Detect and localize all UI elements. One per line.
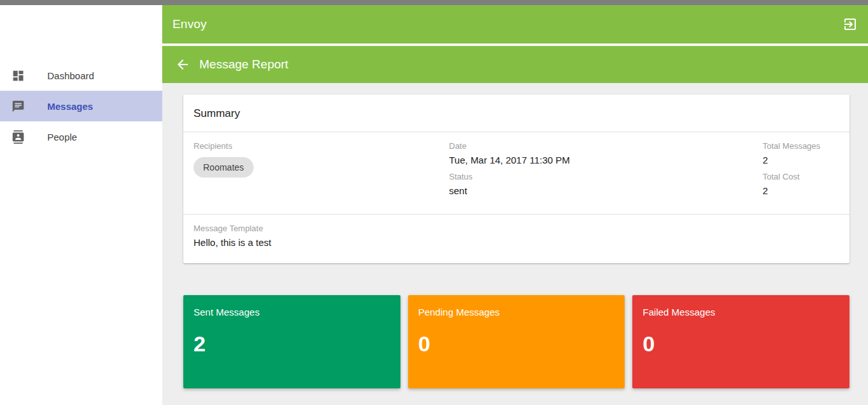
message-template-section: Message Template Hello, this is a test	[183, 215, 849, 263]
main-area: Envoy Message Report Summary Recip	[162, 5, 868, 405]
chat-icon	[11, 100, 25, 113]
summary-body: Recipients Roomates Date Tue, Mar 14, 20…	[183, 132, 849, 214]
app-title: Envoy	[172, 17, 207, 31]
stat-value: 0	[643, 332, 839, 356]
app-toolbar: Envoy	[162, 5, 868, 43]
stat-value: 0	[418, 332, 615, 356]
date-value: Tue, Mar 14, 2017 11:30 PM	[449, 155, 763, 165]
stat-value: 2	[194, 332, 390, 356]
pending-messages-card: Pending Messages 0	[408, 295, 625, 388]
contacts-icon	[11, 130, 25, 144]
total-messages-value: 2	[763, 155, 839, 165]
recipients-column: Recipients Roomates	[194, 141, 449, 196]
failed-messages-card: Failed Messages 0	[632, 295, 849, 388]
recipient-chip[interactable]: Roomates	[194, 157, 254, 178]
stat-label: Pending Messages	[418, 307, 615, 317]
total-cost-label: Total Cost	[763, 172, 839, 181]
message-template-label: Message Template	[194, 224, 839, 233]
sidebar-item-label: Messages	[47, 101, 93, 112]
sidebar: Dashboard Messages People	[0, 5, 162, 405]
status-label: Status	[449, 172, 763, 181]
sidebar-item-messages[interactable]: Messages	[0, 91, 162, 121]
dashboard-icon	[11, 69, 25, 82]
summary-title: Summary	[183, 95, 849, 132]
top-strip	[0, 0, 868, 5]
stat-label: Sent Messages	[194, 307, 390, 317]
message-template-value: Hello, this is a test	[194, 237, 839, 248]
page-title: Message Report	[199, 57, 288, 72]
arrow-back-icon[interactable]	[175, 57, 190, 72]
summary-card: Summary Recipients Roomates Date Tue, Ma…	[183, 95, 849, 263]
stat-label: Failed Messages	[643, 307, 839, 317]
page-toolbar: Message Report	[162, 46, 868, 83]
sidebar-item-label: People	[47, 132, 77, 142]
exit-to-app-icon[interactable]	[842, 17, 858, 32]
page-content: Summary Recipients Roomates Date Tue, Ma…	[162, 83, 868, 405]
stats-row: Sent Messages 2 Pending Messages 0 Faile…	[183, 295, 849, 388]
date-label: Date	[449, 141, 763, 151]
app-window: Dashboard Messages People Envoy	[0, 5, 868, 405]
sidebar-item-label: Dashboard	[47, 70, 94, 81]
sidebar-item-dashboard[interactable]: Dashboard	[0, 60, 162, 91]
sidebar-item-people[interactable]: People	[0, 121, 162, 152]
recipients-label: Recipients	[194, 141, 449, 151]
total-messages-label: Total Messages	[763, 141, 839, 151]
date-status-column: Date Tue, Mar 14, 2017 11:30 PM Status s…	[449, 141, 763, 196]
sent-messages-card: Sent Messages 2	[183, 295, 400, 388]
status-value: sent	[449, 185, 763, 196]
totals-column: Total Messages 2 Total Cost 2	[763, 141, 839, 196]
total-cost-value: 2	[763, 185, 839, 196]
